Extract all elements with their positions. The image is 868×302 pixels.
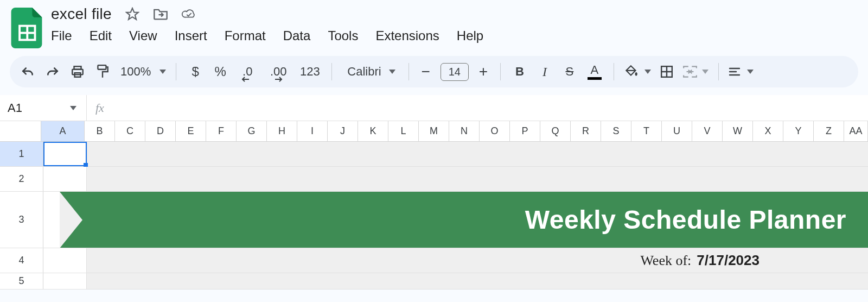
column-header[interactable]: Y bbox=[783, 121, 814, 141]
row-header[interactable]: 5 bbox=[0, 273, 43, 289]
menu-data[interactable]: Data bbox=[283, 28, 311, 43]
column-header[interactable]: I bbox=[297, 121, 328, 141]
chevron-down-icon bbox=[747, 70, 754, 74]
font-size-input[interactable]: 14 bbox=[441, 63, 469, 81]
paint-format-button[interactable] bbox=[93, 62, 112, 81]
borders-button[interactable] bbox=[658, 62, 676, 81]
print-button[interactable] bbox=[68, 62, 87, 81]
row-cells[interactable] bbox=[43, 167, 868, 191]
separator bbox=[331, 63, 332, 80]
zoom-value: 100% bbox=[118, 65, 153, 79]
chevron-down-icon bbox=[70, 106, 76, 110]
column-header[interactable]: B bbox=[85, 121, 115, 141]
font-family-dropdown[interactable]: Calibri bbox=[342, 65, 398, 79]
column-header[interactable]: J bbox=[328, 121, 358, 141]
week-of-label: Week of: bbox=[640, 253, 691, 269]
decrease-decimal-button[interactable]: .0 bbox=[236, 62, 259, 81]
star-icon[interactable] bbox=[125, 7, 140, 22]
column-header[interactable]: F bbox=[206, 121, 237, 141]
name-box[interactable]: A1 bbox=[0, 95, 87, 121]
title-area: excel file bbox=[51, 3, 483, 43]
grid-row: 3 Weekly Schedule Planner bbox=[0, 192, 868, 248]
column-header[interactable]: G bbox=[237, 121, 267, 141]
increase-font-size-button[interactable]: + bbox=[476, 63, 490, 80]
grid-row: 1 bbox=[0, 142, 868, 167]
column-header[interactable]: W bbox=[723, 121, 753, 141]
column-header[interactable]: X bbox=[753, 121, 783, 141]
column-header[interactable]: M bbox=[419, 121, 449, 141]
column-header[interactable]: U bbox=[662, 121, 692, 141]
column-header[interactable]: K bbox=[358, 121, 388, 141]
document-title[interactable]: excel file bbox=[51, 5, 112, 23]
strikethrough-button[interactable]: S bbox=[560, 62, 579, 81]
zoom-dropdown[interactable]: 100% bbox=[118, 65, 166, 79]
column-header[interactable]: N bbox=[449, 121, 480, 141]
menu-format[interactable]: Format bbox=[225, 28, 266, 43]
row-cells[interactable] bbox=[43, 142, 868, 166]
row-cells[interactable] bbox=[43, 273, 868, 289]
column-header[interactable]: P bbox=[510, 121, 540, 141]
grid-row: 2 bbox=[0, 167, 868, 192]
svg-rect-5 bbox=[72, 70, 83, 75]
row-header[interactable]: 4 bbox=[0, 248, 43, 273]
column-header[interactable]: C bbox=[115, 121, 145, 141]
undo-button[interactable] bbox=[18, 62, 37, 81]
select-all-corner[interactable] bbox=[0, 121, 41, 141]
column-header[interactable]: Q bbox=[540, 121, 571, 141]
menu-extensions[interactable]: Extensions bbox=[375, 28, 439, 43]
row-header[interactable]: 3 bbox=[0, 192, 43, 248]
increase-decimal-button[interactable]: .00 bbox=[265, 62, 291, 81]
chevron-down-icon bbox=[702, 70, 709, 74]
row-cells[interactable]: Weekly Schedule Planner bbox=[43, 192, 868, 248]
column-header[interactable]: S bbox=[601, 121, 631, 141]
column-header[interactable]: E bbox=[176, 121, 206, 141]
column-header[interactable]: A bbox=[41, 121, 85, 141]
menu-tools[interactable]: Tools bbox=[328, 28, 358, 43]
name-box-value: A1 bbox=[8, 101, 22, 115]
column-header[interactable]: AA bbox=[844, 121, 868, 141]
column-header[interactable]: D bbox=[145, 121, 176, 141]
redo-button[interactable] bbox=[43, 62, 62, 81]
more-formats-button[interactable]: 123 bbox=[298, 62, 322, 81]
row-header[interactable]: 2 bbox=[0, 167, 43, 191]
fill-color-button[interactable] bbox=[624, 62, 651, 81]
format-percent-button[interactable]: % bbox=[211, 62, 229, 81]
decrease-font-size-button[interactable]: − bbox=[419, 63, 433, 80]
merge-cells-button[interactable] bbox=[682, 62, 709, 81]
google-sheets-app: excel file bbox=[0, 0, 868, 302]
row-cells[interactable]: Week of: 7/17/2023 bbox=[43, 248, 868, 273]
formula-input[interactable] bbox=[113, 95, 868, 121]
format-currency-button[interactable]: $ bbox=[186, 62, 205, 81]
column-header[interactable]: T bbox=[631, 121, 662, 141]
sheets-logo-icon bbox=[11, 8, 42, 48]
banner-title: Weekly Schedule Planner bbox=[525, 205, 846, 235]
column-header[interactable]: Z bbox=[814, 121, 844, 141]
fx-icon: fx bbox=[87, 101, 113, 115]
active-cell[interactable] bbox=[43, 142, 87, 166]
cell-range[interactable] bbox=[87, 142, 868, 166]
menu-insert[interactable]: Insert bbox=[175, 28, 207, 43]
svg-marker-3 bbox=[126, 8, 138, 20]
column-header[interactable]: V bbox=[692, 121, 723, 141]
cloud-saved-icon[interactable] bbox=[181, 7, 196, 22]
column-header[interactable]: R bbox=[571, 121, 601, 141]
column-header[interactable]: H bbox=[267, 121, 297, 141]
formula-bar-row: A1 fx bbox=[0, 95, 868, 121]
banner: Weekly Schedule Planner bbox=[60, 192, 868, 248]
week-of-date: 7/17/2023 bbox=[697, 252, 760, 269]
toolbar: 100% $ % .0 .00 123 Calibri − 14 + B I S bbox=[10, 56, 858, 87]
row-header[interactable]: 1 bbox=[0, 142, 43, 166]
horizontal-align-button[interactable] bbox=[729, 62, 754, 81]
menu-edit[interactable]: Edit bbox=[90, 28, 112, 43]
grid-rows: 1 2 3 Weekly Schedule Planner bbox=[0, 142, 868, 290]
menu-help[interactable]: Help bbox=[457, 28, 483, 43]
italic-button[interactable]: I bbox=[535, 62, 554, 81]
separator bbox=[500, 63, 501, 80]
menu-view[interactable]: View bbox=[129, 28, 157, 43]
column-header[interactable]: O bbox=[480, 121, 510, 141]
column-header[interactable]: L bbox=[388, 121, 419, 141]
move-to-folder-icon[interactable] bbox=[153, 7, 168, 22]
bold-button[interactable]: B bbox=[510, 62, 529, 81]
menu-file[interactable]: File bbox=[51, 28, 72, 43]
text-color-button[interactable]: A bbox=[585, 62, 604, 81]
